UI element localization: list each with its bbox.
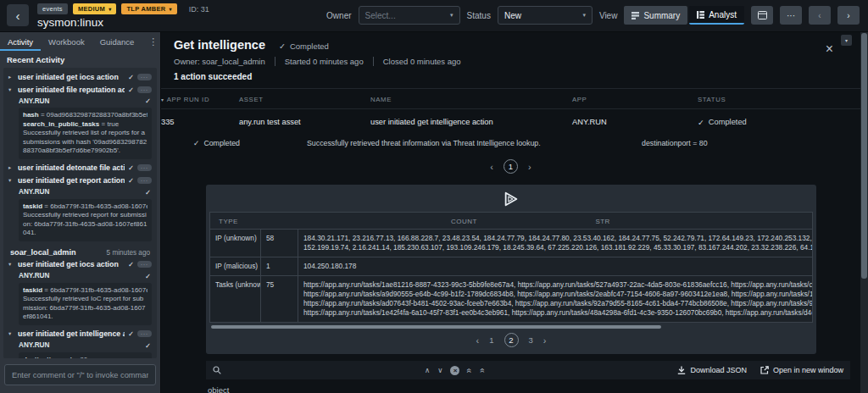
cards-view-button[interactable]	[751, 6, 773, 25]
action-detail: taskid = 6bda779f-31fb-4635-ad08-1607ef8…	[19, 283, 152, 325]
list-item[interactable]: ▸ user initiated detonate file action ✓ …	[3, 162, 157, 174]
page-prev-icon[interactable]: ‹	[476, 335, 480, 346]
tab-activity[interactable]: Activity	[0, 32, 41, 51]
json-search[interactable]	[213, 366, 416, 374]
page-number[interactable]: 1	[489, 335, 493, 345]
check-icon: ✓	[698, 118, 704, 127]
scroll-down-button[interactable]: ▾	[841, 35, 852, 46]
app-row: ANY.RUN ✓	[3, 340, 157, 351]
item-actions-button[interactable]: ···	[137, 86, 152, 93]
divider	[275, 57, 275, 66]
page-prev-icon[interactable]: ‹	[490, 162, 493, 172]
caret-down-icon[interactable]: ▾	[8, 261, 14, 268]
tlp-badge[interactable]: TLP AMBER▾	[121, 3, 176, 14]
table-row[interactable]: 335 any.run test asset user initiated ge…	[161, 109, 860, 130]
item-actions-button[interactable]: ···	[137, 261, 152, 268]
download-json-button[interactable]: Download JSON	[677, 366, 747, 374]
clear-search-icon[interactable]: ×	[450, 366, 459, 375]
caret-right-icon[interactable]: ▸	[8, 74, 14, 80]
item-actions-button[interactable]: ···	[137, 74, 152, 80]
action-started: Started 0 minutes ago	[285, 57, 364, 66]
page-number-current[interactable]: 1	[504, 159, 518, 174]
ellipsis-icon: ···	[787, 11, 795, 20]
owner-select[interactable]: Select... ▾	[359, 6, 460, 25]
chevron-right-icon: ›	[847, 11, 849, 20]
expand-all-icon[interactable]: »	[477, 368, 487, 373]
owner-label: Owner	[326, 11, 351, 20]
action-result-panel: ▾ × Get intelligence ✓Completed Owner: s…	[161, 32, 860, 393]
event-id: ID: 31	[189, 5, 209, 14]
action-message: Successfully retrieved IoC report for su…	[23, 295, 147, 322]
caret-down-icon[interactable]: ▾	[8, 177, 14, 184]
action-closed: Closed 0 minutes ago	[383, 57, 461, 66]
item-actions-button[interactable]: ···	[137, 177, 152, 184]
detail-message: Successfully retrieved threat informatio…	[307, 139, 642, 147]
column-asset[interactable]: ASSET	[239, 96, 370, 103]
close-icon[interactable]: ×	[826, 43, 833, 55]
search-input[interactable]	[226, 366, 396, 374]
detail-status: ✓Completed	[193, 139, 307, 147]
table-row: Tasks (unknown) 75 https://app.any.run/t…	[210, 276, 812, 322]
chevron-down-icon: ▾	[169, 6, 171, 12]
column-count: COUNT	[451, 218, 477, 225]
item-actions-button[interactable]: ···	[137, 330, 152, 337]
caret-down-icon[interactable]: ▾	[8, 330, 14, 337]
check-icon: ✓	[128, 329, 134, 338]
scrollbar-thumb[interactable]	[861, 33, 867, 279]
list-item[interactable]: ▾ user initiated get iocs action ✓ ···	[3, 258, 157, 271]
caret-right-icon[interactable]: ▸	[8, 164, 14, 171]
status-badge: Completed	[290, 42, 329, 51]
check-icon: ✓	[145, 97, 151, 105]
table-row: IP (malicious) 1 104.250.180.178	[210, 257, 812, 276]
list-item[interactable]: ▾ user initiated file reputation action …	[3, 83, 157, 96]
column-type: TYPE	[219, 218, 238, 225]
tab-workbook[interactable]: Workbook	[41, 32, 92, 51]
page-number-current[interactable]: 2	[504, 333, 519, 347]
recent-activity-title: Recent Activity	[0, 51, 160, 68]
comment-input[interactable]	[4, 364, 156, 385]
horizontal-scrollbar[interactable]	[211, 325, 811, 329]
list-item[interactable]: ▾ user initiated get intelligence action…	[3, 328, 157, 340]
collapse-all-icon[interactable]: «	[465, 368, 475, 373]
open-new-window-button[interactable]: Open in new window	[760, 366, 843, 374]
column-app-run-id[interactable]: ▾APP RUN ID	[161, 96, 239, 103]
anyrun-widget: TYPE COUNT STR IP (unknown) 58 184.30.21…	[206, 185, 816, 354]
column-app[interactable]: APP	[572, 96, 698, 103]
column-name[interactable]: NAME	[370, 96, 572, 103]
tab-guidance[interactable]: Guidance	[92, 32, 142, 51]
group-user: soar_local_admin	[10, 248, 76, 257]
column-str: STR	[595, 218, 610, 225]
action-owner: Owner: soar_local_admin	[174, 57, 265, 66]
prev-event-button[interactable]: ‹	[809, 6, 831, 25]
item-actions-button[interactable]: ···	[137, 164, 152, 171]
page-next-icon[interactable]: ›	[543, 335, 547, 346]
scrollbar-thumb[interactable]	[211, 325, 661, 329]
table-row: IP (unknown) 58 184.30.21.171, 23.216.77…	[210, 230, 812, 257]
cell-count: 58	[261, 230, 298, 257]
cell-app: ANY.RUN	[572, 118, 698, 127]
cell-type: IP (malicious)	[210, 257, 261, 275]
back-button[interactable]: ‹	[7, 4, 29, 26]
view-summary-button[interactable]: Summary	[624, 6, 687, 25]
view-analyst-button[interactable]: Analyst	[689, 6, 744, 25]
page-next-icon[interactable]: ›	[528, 162, 531, 172]
vertical-scrollbar[interactable]	[860, 32, 868, 393]
list-item[interactable]: ▾ user initiated get report action ✓ ···	[3, 174, 157, 187]
column-status[interactable]: STATUS	[698, 96, 860, 103]
cell-name: user initiated get intelligence action	[370, 118, 572, 127]
severity-badge[interactable]: MEDIUM▾	[73, 3, 117, 14]
next-event-button[interactable]: ›	[837, 6, 860, 25]
page-title: Get intelligence	[174, 38, 265, 52]
status-select[interactable]: New ▾	[498, 6, 593, 25]
list-item[interactable]: ▸ user initiated get iocs action ✓ ···	[3, 70, 157, 83]
action-detail: taskid = 6bda779f-31fb-4635-ad08-1607ef8…	[19, 199, 152, 241]
match-next-icon[interactable]: ∨	[437, 366, 442, 374]
cell-str: https://app.any.run/tasks/1ae81216-8887-…	[298, 276, 812, 322]
action-meta: Owner: soar_local_admin Started 0 minute…	[161, 57, 860, 66]
check-icon: ✓	[279, 42, 286, 51]
caret-down-icon[interactable]: ▾	[8, 86, 14, 93]
page-number[interactable]: 3	[529, 335, 533, 345]
more-actions-button[interactable]: ···	[780, 6, 802, 25]
action-detail: destinationport = 80 ▾ Successfully retr…	[19, 352, 152, 359]
match-prev-icon[interactable]: ∧	[425, 366, 430, 374]
